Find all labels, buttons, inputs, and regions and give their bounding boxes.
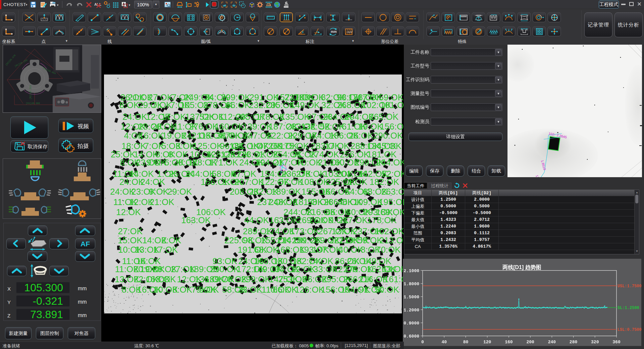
svg-text:120: 120 xyxy=(483,340,491,345)
svg-text:0.6000: 0.6000 xyxy=(404,334,419,339)
svg-text:1.5000: 1.5000 xyxy=(404,295,419,300)
svg-text:2.1000: 2.1000 xyxy=(404,268,419,273)
svg-text:11: 11 xyxy=(268,4,270,6)
svg-text:视频: 视频 xyxy=(77,123,89,130)
svg-text:240: 240 xyxy=(548,340,556,345)
svg-text:320: 320 xyxy=(591,340,599,345)
svg-text:×: × xyxy=(538,32,539,34)
svg-text:拍摄: 拍摄 xyxy=(77,143,89,149)
svg-text:+: + xyxy=(538,30,539,32)
svg-text:-: - xyxy=(540,30,541,32)
svg-text:40: 40 xyxy=(441,340,447,345)
svg-text:取消保存: 取消保存 xyxy=(28,144,48,149)
svg-text:360: 360 xyxy=(612,340,621,345)
svg-text:mm²: mm² xyxy=(347,31,353,34)
svg-text:A: A xyxy=(124,4,127,8)
svg-text:280: 280 xyxy=(570,340,578,345)
svg-text:160: 160 xyxy=(505,340,513,345)
svg-text:80: 80 xyxy=(463,340,469,345)
svg-text:0: 0 xyxy=(421,340,424,345)
svg-text:SL:1.2500: SL:1.2500 xyxy=(618,306,639,310)
svg-text:1.2000: 1.2000 xyxy=(404,308,419,313)
svg-text:1.8000: 1.8000 xyxy=(404,282,419,287)
svg-text:mm: mm xyxy=(331,30,337,34)
svg-text:USL:1.7500: USL:1.7500 xyxy=(618,284,642,289)
svg-text:200: 200 xyxy=(526,340,534,345)
svg-text:0.9000: 0.9000 xyxy=(404,321,419,326)
svg-text:LSL:0.7500: LSL:0.7500 xyxy=(618,328,642,332)
svg-text:θ: θ xyxy=(302,31,304,34)
svg-text:两线[D1] 趋势图: 两线[D1] 趋势图 xyxy=(502,264,541,270)
